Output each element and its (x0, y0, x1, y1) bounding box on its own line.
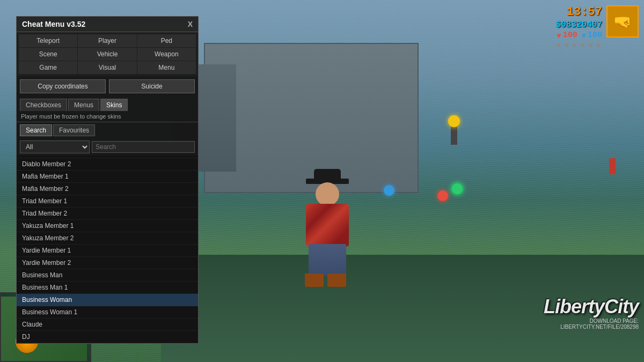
skin-item-8[interactable]: Triad Member 2 (17, 208, 198, 220)
wanted-stars: ★ ★ ★ ★ ★ ★ (555, 41, 602, 49)
armor-value: 100 (588, 31, 602, 40)
traffic-light (448, 115, 460, 127)
copy-coords-button[interactable]: Copy coordinates (20, 79, 106, 93)
star-4: ★ (579, 41, 586, 49)
nav-menu[interactable]: Menu (137, 61, 196, 74)
nav-visual[interactable]: Visual (78, 61, 136, 74)
category-select[interactable]: All Cartel CIA Diablo Mafia Triad Yakuza… (20, 141, 90, 153)
suicide-button[interactable]: Suicide (109, 79, 195, 93)
star-6: ★ (595, 41, 602, 49)
heart-icon: ♥ (557, 31, 561, 40)
skin-tabs: Search Favourites (17, 122, 198, 138)
skin-item-11[interactable]: Yardie Member 1 (17, 245, 198, 257)
background-person (609, 158, 616, 174)
menu-tabs: Checkboxes Menus Skins (17, 97, 198, 111)
skin-filter: All Cartel CIA Diablo Mafia Triad Yakuza… (17, 138, 198, 156)
tab-menus[interactable]: Menus (68, 99, 99, 111)
skin-tab-search[interactable]: Search (20, 124, 52, 136)
char-body (306, 204, 349, 247)
skin-item-12[interactable]: Yardie Member 2 (17, 257, 198, 269)
liberty-city-watermark: LibertyCity DOWNLOAD PAGE: LIBERTYCITY.N… (544, 295, 639, 330)
nav-game[interactable]: Game (19, 61, 77, 74)
menu-titlebar: Cheat Menu v3.52 X (17, 17, 198, 32)
skin-search-input[interactable] (92, 141, 195, 153)
skin-item-4[interactable]: Diablo Member 2 (17, 158, 198, 171)
cheat-menu: Cheat Menu v3.52 X Teleport Player Ped S… (16, 16, 199, 344)
player-character (295, 169, 360, 287)
health-value: 100 (563, 31, 577, 40)
tab-skins[interactable]: Skins (100, 99, 128, 111)
pickup-green (451, 182, 464, 195)
hud-stats: 13:57 $08320407 ♥ 100 ♥ 100 ★ ★ ★ ★ ★ ★ (555, 5, 602, 49)
skin-item-5[interactable]: Mafia Member 1 (17, 171, 198, 183)
star-2: ★ (563, 41, 570, 49)
pickup-red (437, 190, 448, 201)
close-button[interactable]: X (188, 20, 193, 28)
nav-vehicle[interactable]: Vehicle (78, 48, 136, 61)
nav-weapon[interactable]: Weapon (137, 48, 196, 61)
char-boots-left (305, 274, 324, 287)
download-url: LIBERTYCITY.NET/FILE/208298 (544, 324, 639, 330)
skin-item-9[interactable]: Yakuza Member 1 (17, 220, 198, 232)
nav-player[interactable]: Player (78, 34, 136, 47)
menu-actions: Copy coordinates Suicide (17, 76, 198, 97)
hud-time: 13:57 (567, 5, 602, 19)
avatar-icon: 🤜 (613, 13, 632, 31)
hud-money: $08320407 (556, 20, 602, 29)
skin-list: Cartel Soldier 1Cartel Soldier 2Cia Agen… (17, 156, 198, 343)
nav-ped[interactable]: Ped (137, 34, 196, 47)
skin-tab-favourites[interactable]: Favourites (53, 124, 95, 136)
hud: 13:57 $08320407 ♥ 100 ♥ 100 ★ ★ ★ ★ ★ ★ … (555, 5, 639, 49)
star-3: ★ (571, 41, 578, 49)
skin-item-18[interactable]: DJ (17, 331, 198, 343)
skin-item-6[interactable]: Mafia Member 2 (17, 183, 198, 195)
tab-checkboxes[interactable]: Checkboxes (20, 99, 67, 111)
hud-health: ♥ 100 (557, 31, 577, 40)
skin-item-16[interactable]: Business Woman 1 (17, 306, 198, 319)
hud-armor: ♥ 100 (582, 31, 602, 40)
hud-health-row: ♥ 100 ♥ 100 (557, 31, 602, 40)
nav-scene[interactable]: Scene (19, 48, 77, 61)
skin-item-15[interactable]: Business Woman (17, 294, 198, 306)
skin-item-7[interactable]: Triad Member 1 (17, 195, 198, 208)
menu-title: Cheat Menu v3.52 (22, 20, 85, 28)
skin-item-14[interactable]: Business Man 1 (17, 282, 198, 294)
char-head (316, 182, 339, 206)
star-5: ★ (587, 41, 594, 49)
armor-icon: ♥ (582, 31, 586, 40)
char-pants (309, 244, 346, 276)
char-boots-right (327, 274, 346, 287)
nav-teleport[interactable]: Teleport (19, 34, 77, 47)
skin-item-13[interactable]: Business Man (17, 269, 198, 282)
liberty-logo: LibertyCity (544, 295, 639, 318)
download-label: DOWNLOAD PAGE: (544, 318, 639, 324)
hud-avatar: 🤜 (606, 5, 639, 38)
skin-item-10[interactable]: Yakuza Member 2 (17, 232, 198, 245)
pickup-blue (384, 185, 394, 196)
skin-notice: Player must be frozen to change skins (17, 111, 198, 122)
menu-nav: Teleport Player Ped Scene Vehicle Weapon… (17, 32, 198, 76)
skin-item-17[interactable]: Claude (17, 319, 198, 331)
star-1: ★ (555, 41, 562, 49)
